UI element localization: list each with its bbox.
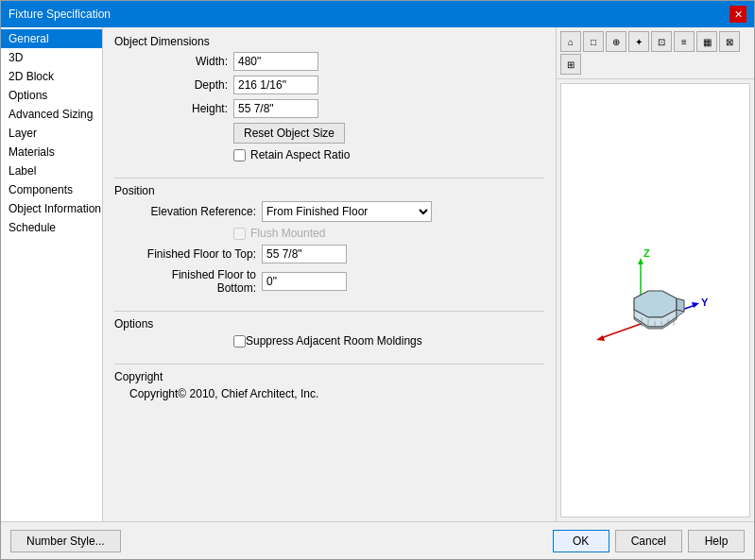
depth-row: Depth: (114, 76, 544, 94)
toolbar-btn-view[interactable]: ⊡ (651, 31, 672, 52)
suppress-label: Suppress Adjacent Room Moldings (246, 334, 422, 348)
dialog-footer: Number Style... OK Cancel Help (1, 521, 754, 559)
suppress-checkbox[interactable] (233, 335, 246, 348)
retain-aspect-row: Retain Aspect Ratio (114, 148, 544, 161)
height-row: Height: (114, 99, 544, 118)
object-dimensions-header: Object Dimensions (114, 35, 544, 48)
floor-to-bottom-row: Finished Floor to Bottom: (114, 268, 544, 295)
retain-aspect-label: Retain Aspect Ratio (250, 148, 350, 161)
depth-label: Depth: (129, 78, 233, 92)
svg-marker-5 (596, 335, 605, 341)
dialog-fixture-specification: Fixture Specification ✕ General 3D 2D Bl… (0, 0, 755, 560)
reset-row: Reset Object Size (114, 123, 544, 144)
copyright-header: Copyright (114, 370, 544, 383)
right-panel: ⌂ □ ⊕ ✦ ⊡ ≡ ▦ ⊠ ⊞ (556, 27, 754, 521)
elevation-row: Elevation Reference: From Finished Floor… (114, 201, 544, 222)
retain-aspect-checkbox[interactable] (233, 149, 246, 161)
position-header: Position (114, 184, 544, 197)
floor-to-bottom-label: Finished Floor to Bottom: (129, 268, 262, 295)
toolbar-btn-expand[interactable]: ⊞ (560, 54, 581, 75)
copyright-text: Copyright© 2010, Chief Architect, Inc. (114, 387, 544, 400)
floor-to-top-row: Finished Floor to Top: (114, 245, 544, 263)
height-label: Height: (129, 102, 233, 115)
reset-object-size-button[interactable]: Reset Object Size (233, 123, 345, 144)
svg-line-4 (601, 324, 641, 338)
copyright-section: Copyright Copyright© 2010, Chief Archite… (114, 370, 544, 400)
elevation-label: Elevation Reference: (129, 205, 262, 218)
sidebar-item-2d-block[interactable]: 2D Block (1, 67, 102, 86)
sidebar-item-advanced-sizing[interactable]: Advanced Sizing (1, 105, 102, 124)
position-section: Position Elevation Reference: From Finis… (114, 184, 544, 299)
ok-button[interactable]: OK (553, 530, 609, 552)
toolbar-btn-close-view[interactable]: ⊠ (719, 31, 740, 52)
3d-object-svg: Z Y (582, 244, 729, 357)
floor-to-top-input[interactable] (262, 245, 347, 263)
flush-mounted-checkbox[interactable] (233, 228, 246, 240)
dialog-body: General 3D 2D Block Options Advanced Siz… (1, 27, 754, 521)
toolbar-btn-select[interactable]: □ (583, 31, 604, 52)
toolbar-btn-zoom-in[interactable]: ⊕ (606, 31, 626, 52)
options-section: Options Suppress Adjacent Room Moldings (114, 317, 544, 352)
options-header: Options (114, 317, 544, 331)
close-button[interactable]: ✕ (729, 6, 746, 23)
sidebar-item-components[interactable]: Components (1, 180, 102, 199)
suppress-row: Suppress Adjacent Room Moldings (114, 334, 544, 348)
object-dimensions-section: Object Dimensions Width: Depth: Height: … (114, 35, 544, 166)
toolbar-btn-list[interactable]: ≡ (674, 31, 695, 52)
viewport-3d: Z Y (560, 83, 750, 518)
sidebar-nav: General 3D 2D Block Options Advanced Siz… (1, 29, 102, 237)
divider-1 (114, 178, 544, 178)
width-label: Width: (129, 55, 233, 68)
width-input[interactable] (233, 52, 318, 71)
sidebar-item-schedule[interactable]: Schedule (1, 218, 102, 237)
svg-text:Z: Z (643, 247, 650, 259)
title-bar-label: Fixture Specification (9, 8, 111, 21)
number-style-button[interactable]: Number Style... (10, 530, 121, 552)
footer-left: Number Style... (10, 530, 121, 552)
sidebar: General 3D 2D Block Options Advanced Siz… (1, 27, 103, 521)
sidebar-item-layer[interactable]: Layer (1, 124, 102, 143)
flush-mounted-label: Flush Mounted (250, 227, 325, 240)
sidebar-item-options[interactable]: Options (1, 86, 102, 105)
main-content: Object Dimensions Width: Depth: Height: … (103, 27, 556, 521)
sidebar-item-general[interactable]: General (1, 29, 102, 48)
footer-right: OK Cancel Help (553, 530, 745, 552)
toolbar-btn-grid[interactable]: ▦ (696, 31, 717, 52)
depth-input[interactable] (233, 76, 318, 94)
toolbar-btn-home[interactable]: ⌂ (560, 31, 581, 52)
svg-marker-1 (638, 258, 643, 264)
flush-mounted-row: Flush Mounted (114, 227, 544, 240)
svg-text:Y: Y (701, 297, 709, 308)
floor-to-bottom-input[interactable] (262, 272, 347, 291)
elevation-select[interactable]: From Finished Floor From Floor Absolute (262, 201, 432, 222)
title-bar: Fixture Specification ✕ (1, 1, 754, 27)
width-row: Width: (114, 52, 544, 71)
toolbar-btn-rotate[interactable]: ✦ (628, 31, 649, 52)
cancel-button[interactable]: Cancel (615, 530, 682, 552)
right-toolbar: ⌂ □ ⊕ ✦ ⊡ ≡ ▦ ⊠ ⊞ (557, 27, 754, 79)
svg-marker-3 (692, 302, 699, 308)
height-input[interactable] (233, 99, 318, 118)
divider-2 (114, 311, 544, 312)
help-button[interactable]: Help (688, 530, 745, 552)
sidebar-item-materials[interactable]: Materials (1, 143, 102, 161)
floor-to-top-label: Finished Floor to Top: (129, 247, 262, 261)
sidebar-item-3d[interactable]: 3D (1, 48, 102, 67)
sidebar-item-object-information[interactable]: Object Information (1, 199, 102, 218)
sidebar-item-label[interactable]: Label (1, 161, 102, 180)
divider-3 (114, 364, 544, 365)
